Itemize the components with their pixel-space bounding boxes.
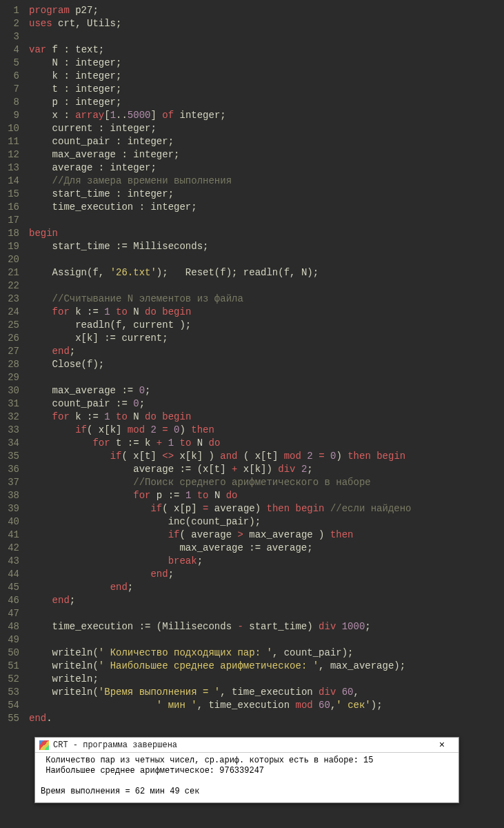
code-line[interactable]: for t := k + 1 to N do (29, 437, 412, 450)
code-line[interactable] (29, 607, 412, 620)
line-number: 25 (0, 319, 19, 332)
line-number: 54 (0, 699, 19, 712)
code-line[interactable]: for k := 1 to N do begin (29, 411, 412, 424)
code-line[interactable]: count_pair := 0; (29, 397, 412, 411)
line-number: 24 (0, 306, 19, 319)
code-line[interactable]: end. (29, 712, 412, 725)
line-number: 51 (0, 660, 19, 673)
code-line[interactable]: for p := 1 to N do (29, 489, 412, 502)
line-number: 53 (0, 686, 19, 699)
line-number: 38 (0, 489, 19, 502)
line-number: 14 (0, 175, 19, 188)
code-line[interactable]: p : integer; (29, 96, 412, 109)
code-line[interactable]: for k := 1 to N do begin (29, 306, 412, 319)
line-number: 34 (0, 437, 19, 450)
line-number: 20 (0, 253, 19, 266)
code-line[interactable] (29, 279, 412, 293)
app-icon (39, 740, 49, 750)
code-line[interactable]: time_execution : integer; (29, 201, 412, 214)
code-line[interactable]: N : integer; (29, 57, 412, 70)
code-line[interactable]: x : array[1..5000] of integer; (29, 109, 412, 122)
line-number: 39 (0, 502, 19, 515)
code-line[interactable]: end; (29, 568, 412, 581)
line-number: 49 (0, 633, 19, 647)
line-number: 22 (0, 279, 19, 293)
line-number: 26 (0, 332, 19, 345)
code-line[interactable]: time_execution := (Milliseconds - start_… (29, 620, 412, 633)
line-number: 15 (0, 188, 19, 201)
code-line[interactable]: if( x[k] mod 2 = 0) then (29, 424, 412, 437)
line-number: 9 (0, 109, 19, 122)
code-line[interactable]: program p27; (29, 4, 412, 17)
code-line[interactable] (29, 253, 412, 266)
code-line[interactable]: Close(f); (29, 358, 412, 371)
code-line[interactable]: uses crt, Utils; (29, 17, 412, 30)
code-editor[interactable]: 1234567891011121314151617181920212223242… (0, 0, 504, 729)
code-line[interactable]: t : integer; (29, 83, 412, 96)
line-number: 6 (0, 70, 19, 83)
code-line[interactable]: if( x[t] <> x[k] ) and ( x[t] mod 2 = 0)… (29, 450, 412, 463)
code-line[interactable]: inc(count_pair); (29, 515, 412, 529)
code-line[interactable] (29, 30, 412, 43)
line-number: 21 (0, 266, 19, 279)
code-line[interactable]: k : integer; (29, 70, 412, 83)
code-line[interactable]: average := (x[t] + x[k]) div 2; (29, 463, 412, 476)
code-line[interactable]: Assign(f, '26.txt'); Reset(f); readln(f,… (29, 266, 412, 279)
close-icon[interactable]: × (430, 740, 454, 751)
line-number: 19 (0, 240, 19, 253)
line-number: 42 (0, 542, 19, 555)
line-number: 1 (0, 4, 19, 17)
code-line[interactable] (29, 214, 412, 227)
code-line[interactable]: max_average := average; (29, 542, 412, 555)
code-line[interactable]: writeln(' Наибольшее среднее арифметичес… (29, 660, 412, 673)
code-line[interactable]: max_average := 0; (29, 384, 412, 397)
code-line[interactable]: var f : text; (29, 43, 412, 57)
line-number: 12 (0, 148, 19, 161)
code-line[interactable]: //Поиск среднего арифметического в набор… (29, 476, 412, 489)
code-line[interactable]: current : integer; (29, 122, 412, 135)
code-line[interactable]: writeln; (29, 673, 412, 686)
line-number: 55 (0, 712, 19, 725)
code-line[interactable]: start_time : integer; (29, 188, 412, 201)
line-number: 3 (0, 30, 19, 43)
line-number: 17 (0, 214, 19, 227)
code-line[interactable]: if( x[p] = average) then begin //если на… (29, 502, 412, 515)
line-number: 4 (0, 43, 19, 57)
line-number: 41 (0, 529, 19, 542)
code-line[interactable] (29, 371, 412, 384)
code-line[interactable]: max_average : integer; (29, 148, 412, 161)
line-number: 45 (0, 581, 19, 594)
code-line[interactable]: start_time := Milliseconds; (29, 240, 412, 253)
code-line[interactable] (29, 633, 412, 647)
console-output: Количество пар из четных чисел, ср.ариф.… (35, 753, 458, 802)
line-number: 11 (0, 135, 19, 148)
code-line[interactable]: if( average > max_average ) then (29, 529, 412, 542)
line-number: 7 (0, 83, 19, 96)
line-number: 37 (0, 476, 19, 489)
line-number: 36 (0, 463, 19, 476)
line-number: 35 (0, 450, 19, 463)
code-line[interactable]: ' мин ', time_execution mod 60,' сек'); (29, 699, 412, 712)
console-titlebar[interactable]: CRT - программа завершена × (35, 738, 458, 753)
line-number: 48 (0, 620, 19, 633)
code-line[interactable]: end; (29, 345, 412, 358)
code-line[interactable]: begin (29, 227, 412, 240)
line-number: 2 (0, 17, 19, 30)
line-number: 27 (0, 345, 19, 358)
code-line[interactable]: //Считывание N элементов из файла (29, 293, 412, 306)
line-number: 32 (0, 411, 19, 424)
code-line[interactable]: writeln('Время выполнения = ', time_exec… (29, 686, 412, 699)
code-line[interactable]: average : integer; (29, 161, 412, 175)
code-line[interactable]: break; (29, 555, 412, 568)
console-title-text: CRT - программа завершена (53, 740, 430, 750)
code-line[interactable]: //Для замера времени выполнения (29, 175, 412, 188)
code-line[interactable]: writeln(' Количество подходящих пар: ', … (29, 647, 412, 660)
code-line[interactable]: count_pair : integer; (29, 135, 412, 148)
code-line[interactable]: end; (29, 594, 412, 607)
code-area[interactable]: program p27;uses crt, Utils;var f : text… (29, 4, 412, 725)
console-window[interactable]: CRT - программа завершена × Количество п… (34, 737, 459, 803)
code-line[interactable]: end; (29, 581, 412, 594)
code-line[interactable]: readln(f, current ); (29, 319, 412, 332)
code-line[interactable]: x[k] := current; (29, 332, 412, 345)
line-number: 5 (0, 57, 19, 70)
